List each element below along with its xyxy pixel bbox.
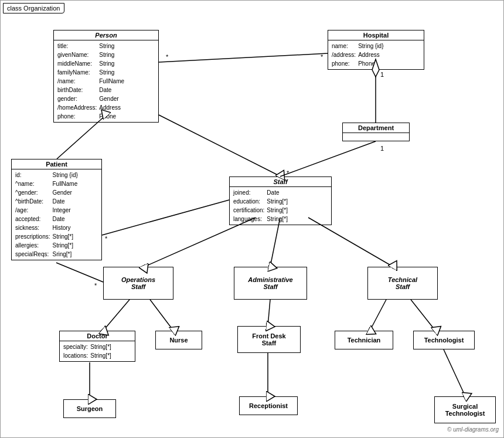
class-operations-staff-title: OperationsStaff [104, 275, 173, 291]
class-patient-title: Patient [12, 159, 101, 169]
diagram-title: class Organization [3, 3, 64, 13]
class-surgical-technologist: SurgicalTechnologist [434, 396, 496, 423]
class-doctor-body: specialty:String[*] locations:String[*] [60, 341, 135, 361]
svg-line-26 [102, 200, 229, 235]
class-person-title: Person [54, 30, 158, 40]
class-surgical-technologist-title: SurgicalTechnologist [435, 402, 495, 418]
svg-text:*: * [94, 282, 97, 289]
class-patient: Patient id:String {id} ^name:FullName ^g… [11, 159, 102, 260]
class-administrative-staff: AdministrativeStaff [234, 267, 307, 300]
svg-line-20 [268, 300, 270, 326]
svg-text:1: 1 [380, 145, 384, 152]
class-nurse-title: Nurse [156, 335, 202, 345]
class-staff: Staff joined:Date education:String[*] ce… [229, 176, 332, 225]
svg-text:*: * [105, 235, 108, 242]
class-technician: Technician [335, 331, 393, 349]
class-person-body: title:String givenName:String middleName… [54, 40, 158, 122]
svg-text:1: 1 [380, 71, 384, 78]
svg-line-25 [444, 349, 465, 396]
class-hospital-body: name:String {id} /address:Address phone:… [328, 40, 424, 69]
class-technician-title: Technician [335, 335, 393, 345]
svg-line-5 [159, 115, 281, 176]
svg-line-21 [370, 300, 386, 331]
class-hospital: Hospital name:String {id} /address:Addre… [328, 30, 424, 70]
class-staff-title: Staff [230, 177, 331, 187]
class-department: Department [342, 123, 410, 141]
class-receptionist-title: Receptionist [240, 401, 297, 410]
diagram-container: class Organization Person title:String g… [0, 0, 504, 438]
svg-text:*: * [166, 53, 169, 60]
svg-line-12 [159, 53, 328, 62]
watermark: © uml-diagrams.org [447, 426, 499, 433]
svg-line-18 [103, 300, 130, 331]
class-surgeon-title: Surgeon [64, 404, 115, 413]
class-administrative-staff-title: AdministrativeStaff [234, 275, 307, 291]
class-surgeon: Surgeon [63, 399, 116, 418]
svg-line-22 [411, 300, 435, 331]
class-hospital-title: Hospital [328, 30, 424, 40]
svg-line-29 [56, 263, 103, 282]
class-technical-staff-title: TechnicalStaff [368, 275, 437, 291]
class-patient-body: id:String {id} ^name:FullName ^gender:Ge… [12, 169, 101, 260]
class-doctor-title: Doctor [60, 331, 135, 341]
class-person: Person title:String givenName:String mid… [53, 30, 159, 123]
class-receptionist: Receptionist [239, 396, 298, 415]
class-department-title: Department [343, 123, 409, 133]
svg-text:*: * [287, 169, 290, 176]
svg-line-19 [150, 300, 173, 331]
svg-text:*: * [321, 53, 323, 60]
class-technologist-title: Technologist [414, 335, 474, 345]
class-front-desk-staff: Front DeskStaff [237, 326, 301, 353]
svg-line-9 [280, 141, 376, 176]
class-operations-staff: OperationsStaff [103, 267, 173, 300]
class-nurse: Nurse [155, 331, 202, 349]
class-front-desk-staff-title: Front DeskStaff [238, 331, 300, 348]
class-technologist: Technologist [413, 331, 475, 349]
class-staff-body: joined:Date education:String[*] certific… [230, 187, 331, 225]
class-technical-staff: TechnicalStaff [367, 267, 438, 300]
class-doctor: Doctor specialty:String[*] locations:Str… [59, 331, 135, 362]
